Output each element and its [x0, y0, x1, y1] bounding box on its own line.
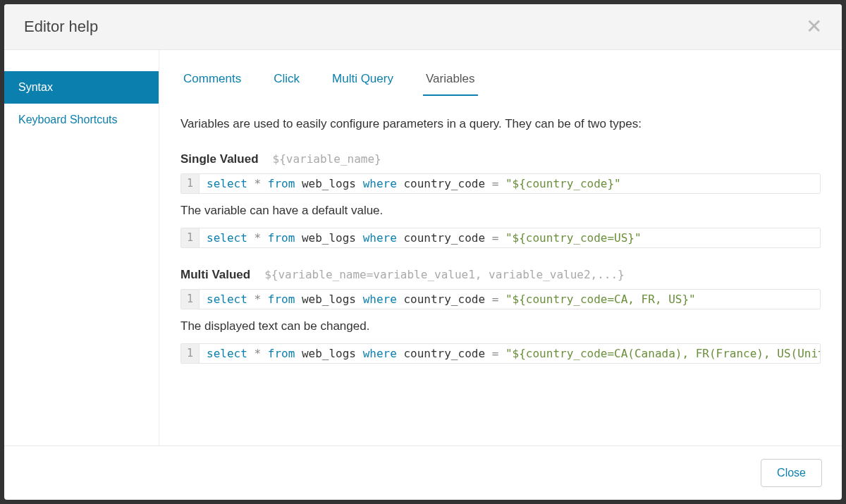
tab-comments[interactable]: Comments: [180, 68, 244, 96]
code-token-star: *: [254, 347, 261, 360]
code-token-keyword: select: [207, 293, 247, 306]
code-token-string: "${country_code=CA(Canada), FR(France), …: [505, 347, 820, 360]
sidebar-item-keyboard-shortcuts[interactable]: Keyboard Shortcuts: [4, 104, 159, 136]
tab-multi-query[interactable]: Multi Query: [329, 68, 396, 96]
close-icon[interactable]: ✕: [806, 17, 822, 37]
code-line: select * from web_logs where country_cod…: [200, 174, 628, 193]
close-button-label: Close: [777, 467, 806, 479]
code-line-number: 1: [181, 344, 200, 363]
code-token-ident: web_logs: [302, 347, 356, 360]
tab-click[interactable]: Click: [271, 68, 302, 96]
code-token-op: =: [492, 347, 499, 360]
tab-label: Variables: [426, 72, 475, 85]
code-token-keyword: from: [268, 231, 295, 245]
sidebar: Syntax Keyboard Shortcuts: [4, 50, 159, 445]
code-token-keyword: select: [207, 231, 247, 245]
code-example-2: 1 select * from web_logs where country_c…: [180, 228, 821, 248]
sidebar-item-label: Syntax: [18, 81, 53, 93]
tab-label: Multi Query: [332, 72, 393, 85]
code-line: select * from web_logs where country_cod…: [200, 228, 649, 247]
code-token-keyword: where: [363, 347, 397, 360]
code-token-star: *: [254, 231, 261, 245]
sidebar-item-syntax[interactable]: Syntax: [4, 71, 159, 104]
code-token-ident: web_logs: [302, 177, 356, 190]
code-token-ident: country_code: [403, 177, 485, 190]
code-token-keyword: from: [268, 293, 295, 306]
modal-body: Syntax Keyboard Shortcuts Comments Click…: [4, 50, 842, 445]
code-token-star: *: [254, 293, 261, 306]
heading-label: Multi Valued: [180, 268, 250, 282]
multi-valued-heading: Multi Valued ${variable_name=variable_va…: [180, 268, 821, 282]
heading-label: Single Valued: [180, 152, 259, 166]
code-token-ident: country_code: [403, 347, 485, 360]
close-button[interactable]: Close: [761, 459, 822, 487]
code-token-string: "${country_code=CA, FR, US}": [505, 293, 696, 306]
single-valued-heading: Single Valued ${variable_name}: [180, 152, 821, 166]
code-token-ident: web_logs: [302, 231, 356, 245]
code-token-keyword: where: [363, 293, 397, 306]
tab-variables[interactable]: Variables: [423, 68, 478, 96]
code-line-number: 1: [181, 228, 200, 247]
tabs: Comments Click Multi Query Variables: [180, 68, 821, 96]
modal-footer: Close: [4, 445, 842, 500]
editor-help-modal: Editor help ✕ Syntax Keyboard Shortcuts …: [4, 4, 842, 500]
code-example-1: 1 select * from web_logs where country_c…: [180, 173, 821, 194]
code-token-ident: web_logs: [302, 293, 356, 306]
code-example-3: 1 select * from web_logs where country_c…: [180, 289, 821, 309]
code-line-number: 1: [181, 174, 200, 193]
code-token-keyword: select: [207, 347, 247, 360]
heading-template: ${variable_name=variable_value1, variabl…: [264, 268, 625, 281]
code-line: select * from web_logs where country_cod…: [200, 290, 703, 309]
code-token-keyword: where: [363, 177, 397, 190]
sidebar-item-label: Keyboard Shortcuts: [18, 113, 118, 125]
code-token-op: =: [492, 293, 499, 306]
content-panel: Comments Click Multi Query Variables Var…: [159, 50, 842, 445]
heading-template: ${variable_name}: [273, 152, 381, 166]
code-token-ident: country_code: [403, 293, 485, 306]
code-example-4: 1 select * from web_logs where country_c…: [180, 343, 821, 364]
modal-title: Editor help: [24, 18, 98, 36]
code-token-ident: country_code: [403, 231, 485, 245]
tab-label: Comments: [183, 72, 241, 85]
default-value-note: The variable can have a default value.: [180, 204, 821, 218]
code-token-op: =: [492, 177, 499, 190]
code-token-keyword: where: [363, 231, 397, 245]
tab-label: Click: [274, 72, 300, 85]
code-token-keyword: select: [207, 177, 247, 190]
variables-intro: Variables are used to easily configure p…: [180, 117, 821, 131]
code-line: select * from web_logs where country_cod…: [200, 344, 820, 363]
code-token-string: "${country_code=US}": [505, 231, 642, 245]
code-token-star: *: [254, 177, 261, 190]
code-line-number: 1: [181, 290, 200, 309]
code-token-keyword: from: [268, 347, 295, 360]
display-text-note: The displayed text can be changed.: [180, 319, 821, 333]
code-token-op: =: [492, 231, 499, 245]
modal-header: Editor help ✕: [4, 4, 842, 50]
code-token-keyword: from: [268, 177, 295, 190]
code-token-string: "${country_code}": [505, 177, 621, 190]
